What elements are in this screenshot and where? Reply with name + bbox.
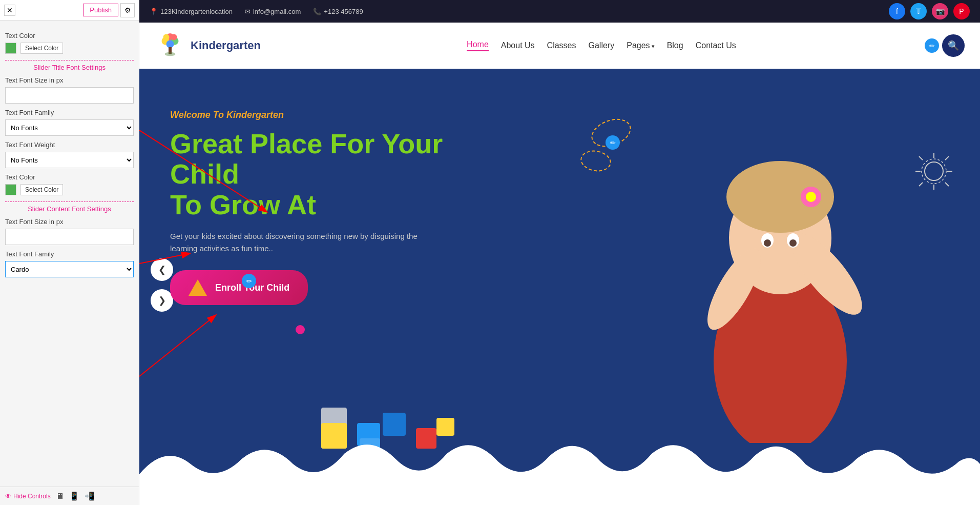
panel-footer: 👁 Hide Controls 🖥 📱 📲: [0, 487, 139, 505]
color-row-2: Select Color: [5, 184, 134, 195]
font-family-select-2[interactable]: No Fonts Cardo Roboto Open Sans: [5, 261, 134, 277]
email-text: info@gmail.com: [253, 8, 301, 15]
panel-header: ✕ Publish ⚙: [0, 0, 139, 21]
top-bar-right: f 𝕋 📷 P: [889, 3, 970, 19]
font-size-label-1: Text Font Size in px: [5, 76, 134, 84]
search-button[interactable]: 🔍: [942, 34, 965, 57]
svg-point-4: [163, 34, 170, 41]
facebook-icon[interactable]: f: [889, 3, 905, 19]
svg-point-28: [764, 239, 771, 247]
logo-icon: [155, 30, 185, 61]
font-size-label-2: Text Font Size in px: [5, 218, 134, 226]
nav-about[interactable]: About Us: [501, 41, 535, 50]
divider-2: [5, 201, 134, 202]
svg-point-7: [165, 52, 176, 56]
main-content: 📍 123Kindergartenlocation ✉ info@gmail.c…: [139, 0, 980, 505]
hero-edit-overlay-2[interactable]: ✏: [242, 274, 256, 288]
select-color-button-2[interactable]: Select Color: [20, 184, 63, 195]
kid-image-area: [632, 94, 929, 443]
nav-links: Home About Us Classes Gallery Pages Blog…: [467, 40, 736, 51]
svg-point-29: [789, 239, 797, 247]
nav-blog[interactable]: Blog: [667, 41, 683, 50]
select-color-button-1[interactable]: Select Color: [20, 43, 63, 54]
slider-content-font-label: Slider Content Font Settings: [5, 205, 134, 213]
color-row-1: Select Color: [5, 43, 134, 54]
font-family-select-1[interactable]: No Fonts Cardo Roboto Open Sans: [5, 119, 134, 136]
font-weight-select[interactable]: No Fonts Normal Bold: [5, 152, 134, 168]
hero-title-line2: To Grow At: [170, 190, 477, 220]
nav-classes[interactable]: Classes: [547, 41, 576, 50]
nav-gallery[interactable]: Gallery: [589, 41, 615, 50]
phone-info: 📞 +123 456789: [313, 8, 363, 15]
logo-area: Kindergarten: [155, 30, 261, 61]
deco-oval-2: [579, 148, 613, 174]
color-swatch-2[interactable]: [5, 184, 16, 195]
slider-title-font-label: Slider Title Font Settings: [5, 64, 134, 71]
svg-line-39: [139, 315, 216, 376]
svg-point-25: [806, 192, 816, 202]
cloud-bottom: [139, 433, 980, 505]
pyramid-icon: [189, 278, 207, 297]
svg-line-16: [945, 156, 949, 160]
desktop-icon-button[interactable]: 🖥: [56, 492, 64, 501]
font-size-input-1[interactable]: [5, 87, 134, 104]
hero-section: ❮ ❯ Welcome To Kindergarten Great Place …: [139, 69, 980, 505]
publish-button[interactable]: Publish: [83, 4, 118, 16]
email-icon: ✉: [245, 8, 251, 15]
svg-line-15: [945, 183, 949, 186]
deco-pink-circle: [296, 325, 305, 334]
top-bar-left: 📍 123Kindergartenlocation ✉ info@gmail.c…: [150, 8, 363, 15]
instagram-icon[interactable]: 📷: [932, 3, 948, 19]
divider-1: [5, 60, 134, 60]
hero-content: Welcome To Kindergarten Great Place For …: [170, 110, 477, 305]
gear-button[interactable]: ⚙: [120, 3, 135, 17]
location-text: 123Kindergartenlocation: [160, 8, 233, 15]
nav-edit-overlay[interactable]: ✏: [925, 38, 939, 53]
mobile-icon-button[interactable]: 📲: [85, 491, 95, 501]
svg-rect-33: [383, 413, 406, 436]
hide-controls-label: Hide Controls: [13, 493, 51, 500]
font-weight-label: Text Font Weight: [5, 141, 134, 149]
font-family-label-2: Text Font Family: [5, 250, 134, 258]
hero-title-line1: Great Place For Your Child: [170, 129, 477, 190]
panel-body: Text Color Select Color Slider Title Fon…: [0, 21, 139, 487]
color-swatch-1[interactable]: [5, 43, 16, 54]
eye-icon: 👁: [5, 493, 11, 500]
font-family-label-1: Text Font Family: [5, 109, 134, 116]
nav-home[interactable]: Home: [467, 40, 489, 51]
hide-controls-button[interactable]: 👁 Hide Controls: [5, 493, 51, 500]
top-bar: 📍 123Kindergartenlocation ✉ info@gmail.c…: [139, 0, 980, 23]
svg-marker-18: [189, 279, 207, 296]
tablet-icon-button[interactable]: 📱: [69, 491, 79, 501]
location-info: 📍 123Kindergartenlocation: [150, 8, 233, 15]
close-button[interactable]: ✕: [4, 5, 15, 16]
svg-point-5: [171, 34, 177, 41]
phone-text: +123 456789: [324, 8, 363, 15]
email-info: ✉ info@gmail.com: [245, 8, 301, 15]
left-panel: ✕ Publish ⚙ Text Color Select Color Slid…: [0, 0, 139, 505]
hero-title: Great Place For Your Child To Grow At: [170, 129, 477, 220]
hero-description: Get your kids excited about discovering …: [170, 230, 426, 255]
nav-contact[interactable]: Contact Us: [696, 41, 736, 50]
location-icon: 📍: [150, 8, 158, 15]
text-color2-label: Text Color: [5, 173, 134, 181]
nav-pages[interactable]: Pages: [627, 41, 654, 50]
twitter-icon[interactable]: 𝕋: [910, 3, 927, 19]
enroll-button[interactable]: Enroll Your Child: [170, 270, 308, 305]
hero-subtitle: Welcome To Kindergarten: [170, 110, 477, 120]
phone-icon: 📞: [313, 8, 321, 15]
hero-edit-overlay-1[interactable]: ✏: [606, 135, 620, 150]
kid-illustration: [632, 94, 929, 443]
pinterest-icon[interactable]: P: [953, 3, 970, 19]
font-size-input-2[interactable]: [5, 229, 134, 245]
logo-text: Kindergarten: [191, 39, 261, 52]
nav-bar: Kindergarten Home About Us Classes Galle…: [139, 23, 980, 69]
svg-point-3: [166, 41, 174, 48]
text-color-label: Text Color: [5, 32, 134, 39]
